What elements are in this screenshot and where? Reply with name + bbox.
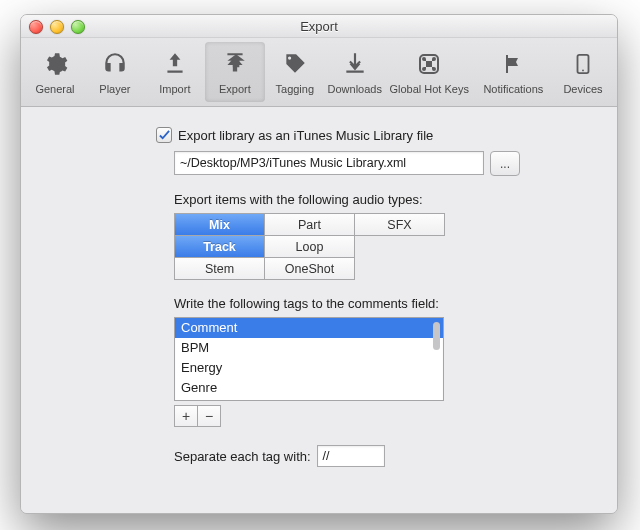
separator-label: Separate each tag with: [174, 449, 311, 464]
separator-field[interactable]: // [317, 445, 385, 467]
type-empty [355, 236, 445, 258]
toolbar-item-notifications[interactable]: Notifications [474, 42, 553, 102]
gear-icon [40, 49, 70, 79]
export-library-label: Export library as an iTunes Music Librar… [178, 128, 433, 143]
export-path-field[interactable]: ~/Desktop/MP3/iTunes Music Library.xml [174, 151, 484, 175]
import-icon [160, 49, 190, 79]
toolbar-item-tagging[interactable]: Tagging [265, 42, 325, 102]
type-track[interactable]: Track [175, 236, 265, 258]
tags-listbox[interactable]: Comment BPM Energy Genre [174, 317, 444, 401]
command-icon [414, 49, 444, 79]
toolbar-label: Notifications [483, 83, 543, 95]
remove-tag-button[interactable]: − [198, 405, 221, 427]
toolbar-label: Export [219, 83, 251, 95]
list-item[interactable]: Energy [175, 358, 443, 378]
toolbar-label: Player [99, 83, 130, 95]
list-item[interactable]: BPM [175, 338, 443, 358]
export-pane: Export library as an iTunes Music Librar… [21, 107, 617, 513]
preferences-window: Export General Player Import Export [20, 14, 618, 514]
export-library-checkbox-row[interactable]: Export library as an iTunes Music Librar… [156, 127, 597, 143]
toolbar-item-import[interactable]: Import [145, 42, 205, 102]
headphones-icon [100, 49, 130, 79]
type-empty [355, 258, 445, 280]
window-title: Export [300, 19, 338, 34]
toolbar-label: General [35, 83, 74, 95]
add-tag-button[interactable]: + [174, 405, 198, 427]
audio-types-grid: Mix Part SFX Track Loop Stem OneShot [174, 213, 445, 280]
close-icon[interactable] [29, 20, 43, 34]
flag-icon [498, 49, 528, 79]
traffic-lights [29, 20, 85, 34]
titlebar[interactable]: Export [21, 15, 617, 38]
type-sfx[interactable]: SFX [355, 214, 445, 236]
toolbar-label: Import [159, 83, 190, 95]
svg-point-2 [582, 70, 584, 72]
toolbar-item-downloads[interactable]: Downloads [325, 42, 385, 102]
download-icon [340, 49, 370, 79]
list-item[interactable]: Comment [175, 318, 443, 338]
scrollbar[interactable] [433, 322, 440, 350]
tags-label: Write the following tags to the comments… [174, 296, 597, 311]
toolbar: General Player Import Export Tagging [21, 38, 617, 107]
toolbar-label: Tagging [276, 83, 315, 95]
type-mix[interactable]: Mix [175, 214, 265, 236]
list-item[interactable]: Genre [175, 378, 443, 398]
minimize-icon[interactable] [50, 20, 64, 34]
toolbar-item-general[interactable]: General [25, 42, 85, 102]
export-icon [220, 49, 250, 79]
type-part[interactable]: Part [265, 214, 355, 236]
type-oneshot[interactable]: OneShot [265, 258, 355, 280]
toolbar-item-export[interactable]: Export [205, 42, 265, 102]
toolbar-item-global-hot-keys[interactable]: Global Hot Keys [385, 42, 474, 102]
audio-types-label: Export items with the following audio ty… [174, 192, 597, 207]
browse-button[interactable]: ... [490, 151, 520, 176]
type-loop[interactable]: Loop [265, 236, 355, 258]
zoom-icon[interactable] [71, 20, 85, 34]
toolbar-label: Global Hot Keys [389, 83, 468, 95]
device-icon [568, 49, 598, 79]
toolbar-item-devices[interactable]: Devices [553, 42, 613, 102]
checkbox-icon[interactable] [156, 127, 172, 143]
type-stem[interactable]: Stem [175, 258, 265, 280]
toolbar-label: Devices [563, 83, 602, 95]
toolbar-label: Downloads [328, 83, 382, 95]
tag-icon [280, 49, 310, 79]
toolbar-item-player[interactable]: Player [85, 42, 145, 102]
